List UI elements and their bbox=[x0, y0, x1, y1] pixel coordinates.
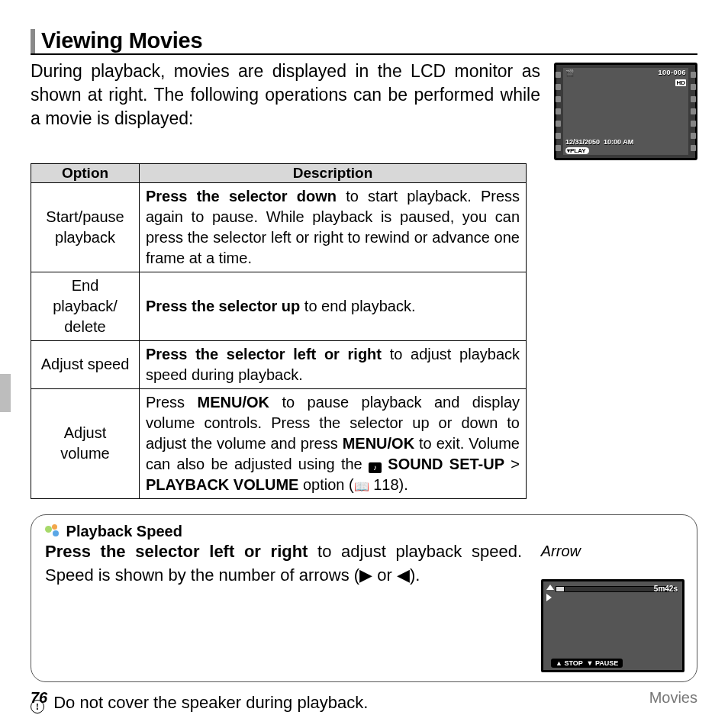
movie-icon: 🎬 bbox=[565, 69, 574, 77]
opt-end: End playback/ delete bbox=[31, 272, 140, 340]
section-name: Movies bbox=[649, 689, 697, 707]
desc-speed: Press the selector left or right to adju… bbox=[140, 340, 527, 388]
page-ref-icon: 📖 bbox=[354, 478, 369, 495]
sound-icon: ♪ bbox=[369, 462, 382, 473]
lcd-datetime: 12/31/2050 10:00 AM bbox=[565, 138, 633, 146]
opt-volume: Adjust volume bbox=[31, 388, 140, 498]
arrow-right-icon: ▶ bbox=[359, 565, 372, 585]
play-indicator: ▾PLAY bbox=[565, 147, 589, 154]
lcd2-controls: ▲ STOP ▼ PAUSE bbox=[551, 659, 623, 668]
desc-start-pause: Press the selector down to start playbac… bbox=[140, 182, 527, 272]
table-row: End playback/ delete Press the selector … bbox=[31, 272, 527, 340]
arrow-callout-label: Arrow bbox=[541, 543, 581, 560]
lcd-speed-preview: 5m42s ▲ STOP ▼ PAUSE bbox=[541, 579, 685, 672]
hd-badge: HD bbox=[675, 79, 686, 86]
table-row: Adjust volume Press MENU/OK to pause pla… bbox=[31, 388, 527, 498]
page-footer: 76 Movies bbox=[31, 689, 697, 707]
desc-end: Press the selector up to end playback. bbox=[140, 272, 527, 340]
frame-number: 100-006 bbox=[658, 69, 686, 76]
playback-speed-box: Playback Speed Press the selector left o… bbox=[31, 514, 697, 682]
lcd-preview: 🎬 100-006 HD 12/31/2050 10:00 AM ▾PLAY /… bbox=[554, 63, 697, 160]
speed-box-body: Press the selector left or right to adju… bbox=[45, 540, 522, 588]
intro-paragraph: During playback, movies are displayed in… bbox=[31, 60, 540, 130]
page-number: 76 bbox=[31, 689, 47, 707]
desc-volume: Press MENU/OK to pause playback and disp… bbox=[140, 388, 527, 498]
speed-box-title: Playback Speed bbox=[66, 523, 182, 540]
operations-table: Option Description Start/pause playback … bbox=[31, 163, 527, 499]
arrow-left-icon: ◀ bbox=[397, 565, 410, 585]
bubbles-icon bbox=[45, 524, 62, 538]
col-description: Description bbox=[140, 163, 527, 182]
lcd2-time: 5m42s bbox=[654, 585, 678, 593]
page-title: Viewing Movies bbox=[31, 29, 697, 53]
table-row: Start/pause playback Press the selector … bbox=[31, 182, 527, 272]
table-row: Adjust speed Press the selector left or … bbox=[31, 340, 527, 388]
table-header-row: Option Description bbox=[31, 163, 527, 182]
opt-speed: Adjust speed bbox=[31, 340, 140, 388]
col-option: Option bbox=[31, 163, 140, 182]
opt-start-pause: Start/pause playback bbox=[31, 182, 140, 272]
